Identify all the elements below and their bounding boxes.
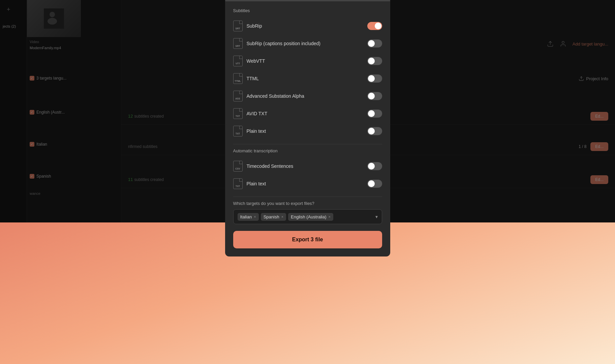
plain-text-auto-label: Plain text [247, 181, 266, 186]
export-modal: Subtitles SRT SubRip SRT SubRip (caption… [225, 0, 390, 256]
subrip-captions-label: SubRip (captions position included) [247, 41, 320, 46]
tag-italian[interactable]: Italian × [238, 213, 259, 221]
plain-text-auto-row: TXT Plain text [225, 175, 390, 192]
ass-icon: ASS [233, 91, 243, 101]
webvtt-toggle[interactable] [367, 57, 382, 65]
tag-spanish[interactable]: Spanish × [261, 213, 286, 221]
asa-row: ASS Advanced Substation Alpha [225, 87, 390, 105]
targets-divider [233, 196, 382, 197]
csv-icon: CSV [233, 161, 243, 172]
avid-label: AVID TXT [247, 111, 268, 116]
scroll-bar [225, 0, 390, 1]
timecoded-label: Timecoded Sentences [247, 163, 294, 169]
webvtt-row: VTT WebVTT [225, 52, 390, 70]
ttml-icon: TTML [233, 73, 243, 84]
subrip-row: SRT SubRip [225, 17, 390, 35]
timecoded-row: CSV Timecoded Sentences [225, 157, 390, 175]
tag-spanish-close[interactable]: × [281, 215, 283, 219]
tag-italian-close[interactable]: × [254, 215, 256, 219]
plain-text-row: TXT Plain text [225, 122, 390, 140]
vtt-icon: VTT [233, 56, 243, 66]
target-section: Which targets do you want to export file… [225, 201, 390, 224]
auto-transcription-title: Automatic transcription [225, 148, 390, 153]
tag-english-australia-close[interactable]: × [329, 215, 331, 219]
section-divider [233, 144, 382, 144]
ttml-toggle[interactable] [367, 74, 382, 83]
tag-spanish-label: Spanish [264, 214, 279, 219]
export-button[interactable]: Export 3 file [233, 231, 382, 248]
webvtt-label: WebVTT [247, 58, 265, 64]
srt-captions-icon: SRT [233, 38, 243, 49]
tag-italian-label: Italian [240, 214, 252, 219]
asa-toggle[interactable] [367, 92, 382, 100]
subtitles-section-title: Subtitles [225, 8, 390, 13]
subrip-captions-toggle[interactable] [367, 39, 382, 48]
avid-icon: TXT [233, 108, 243, 119]
plain-text-label: Plain text [247, 128, 266, 134]
plain-txt-icon: TXT [233, 126, 243, 136]
subrip-captions-row: SRT SubRip (captions position included) [225, 35, 390, 52]
avid-toggle[interactable] [367, 110, 382, 118]
dropdown-chevron[interactable]: ▾ [375, 214, 378, 219]
ttml-label: TTML [247, 76, 259, 81]
timecoded-toggle[interactable] [367, 162, 382, 170]
subrip-toggle[interactable] [367, 22, 382, 30]
ttml-row: TTML TTML [225, 70, 390, 87]
target-dropdown[interactable]: Italian × Spanish × English (Australia) … [233, 209, 382, 224]
tag-english-australia-label: English (Australia) [291, 214, 327, 219]
tag-english-australia[interactable]: English (Australia) × [288, 213, 333, 221]
plain-text-toggle[interactable] [367, 127, 382, 135]
plain-auto-icon: TXT [233, 178, 243, 189]
plain-text-auto-toggle[interactable] [367, 180, 382, 188]
targets-question: Which targets do you want to export file… [233, 201, 382, 206]
subrip-label: SubRip [247, 23, 262, 29]
asa-label: Advanced Substation Alpha [247, 93, 304, 99]
srt-icon: SRT [233, 21, 243, 31]
avid-row: TXT AVID TXT [225, 105, 390, 122]
